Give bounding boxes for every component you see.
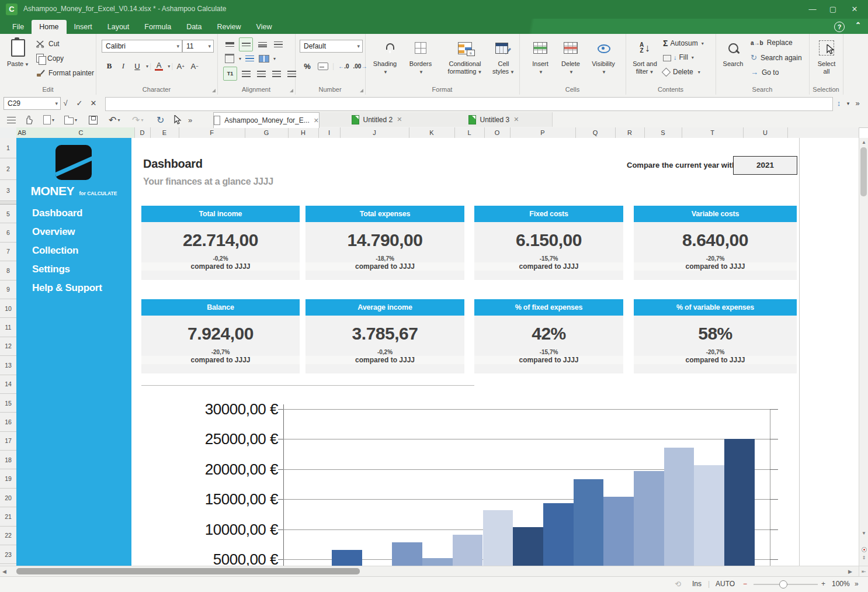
- column-header-D[interactable]: D: [134, 127, 151, 138]
- menu-tab-data[interactable]: Data: [179, 20, 209, 34]
- decrease-font-button[interactable]: A−: [188, 60, 201, 72]
- underline-button[interactable]: U: [131, 60, 144, 72]
- chart-bar-6[interactable]: [483, 510, 513, 566]
- number-format-select[interactable]: Default▾: [300, 40, 363, 53]
- sheet-tab-3[interactable]: Untitled 3✕: [435, 112, 553, 127]
- autosum-button[interactable]: Σ Autosum▾: [663, 39, 704, 48]
- font-size-select[interactable]: 11▾: [182, 40, 214, 53]
- vertical-scrollbar-thumb[interactable]: [860, 147, 867, 196]
- column-header-G[interactable]: G: [245, 127, 289, 138]
- insert-mode-indicator[interactable]: Ins: [692, 580, 702, 588]
- redo-icon[interactable]: ↷▾: [132, 114, 143, 126]
- row-header-16[interactable]: 16: [0, 413, 16, 431]
- column-header-P[interactable]: P: [510, 127, 576, 138]
- column-header-J[interactable]: J: [340, 127, 409, 138]
- insert-cells-button[interactable]: Insert▼: [526, 37, 554, 76]
- sidebar-item-overview[interactable]: Overview: [32, 226, 75, 238]
- search-again-button[interactable]: ↻ Search again: [751, 53, 802, 62]
- sheet-tab-2[interactable]: Untitled 2✕: [318, 112, 436, 127]
- cell-name-box[interactable]: C29▾: [4, 97, 61, 110]
- borders-button[interactable]: Borders▼: [404, 37, 438, 76]
- column-header-T[interactable]: T: [682, 127, 744, 138]
- row-header-20[interactable]: 20: [0, 489, 16, 507]
- help-icon[interactable]: ?: [834, 22, 845, 32]
- italic-button[interactable]: I: [117, 60, 130, 72]
- cut-button[interactable]: Cut: [36, 40, 60, 48]
- row-header-2[interactable]: 2: [0, 158, 16, 180]
- compare-year-input[interactable]: 2021: [733, 156, 797, 175]
- row-header-8[interactable]: 8: [0, 261, 16, 280]
- column-header-C[interactable]: C: [27, 127, 135, 138]
- align-top-button[interactable]: [223, 38, 236, 51]
- menu-tab-review[interactable]: Review: [210, 20, 249, 34]
- close-tab-icon[interactable]: ✕: [314, 117, 319, 124]
- chart-bar-9[interactable]: [574, 479, 604, 566]
- chart-bar-5[interactable]: [453, 535, 483, 566]
- row-header-14[interactable]: 14: [0, 375, 16, 394]
- sidebar-item-dashboard[interactable]: Dashboard: [32, 207, 82, 219]
- scroll-right-icon[interactable]: ▶: [848, 569, 852, 574]
- row-header-13[interactable]: 13: [0, 356, 16, 375]
- row-header-19[interactable]: 19: [0, 469, 16, 488]
- row-header-7[interactable]: 7: [0, 243, 16, 261]
- shading-button[interactable]: Shading▼: [369, 37, 401, 76]
- toolbar-overflow-icon[interactable]: »: [188, 114, 192, 126]
- select-all-button[interactable]: Select all: [814, 37, 839, 75]
- formula-fx-icon[interactable]: √: [60, 97, 71, 110]
- menu-tab-insert[interactable]: Insert: [67, 20, 100, 34]
- format-painter-button[interactable]: Format painter: [36, 69, 94, 77]
- menu-tab-file[interactable]: File: [5, 20, 32, 34]
- wrap-text-button[interactable]: [243, 52, 256, 65]
- chart-bar-13[interactable]: [694, 465, 724, 566]
- chart-bar-11[interactable]: [634, 471, 664, 566]
- chart-bar-10[interactable]: [603, 497, 634, 566]
- delete-contents-button[interactable]: Delete▾: [663, 68, 700, 76]
- cancel-formula-icon[interactable]: ✕: [88, 97, 99, 110]
- fill-button[interactable]: ↓ Fill▾: [663, 53, 694, 61]
- row-header-21[interactable]: 21: [0, 507, 16, 526]
- formula-bar-overflow[interactable]: »: [852, 97, 863, 110]
- chart-bar-14[interactable]: [724, 439, 755, 566]
- auto-indicator[interactable]: AUTO: [716, 580, 735, 588]
- zoom-slider-knob[interactable]: [779, 580, 787, 588]
- row-header-12[interactable]: 12: [0, 337, 16, 356]
- cell-styles-button[interactable]: Cell styles▼: [490, 37, 517, 76]
- sidebar-item-collection[interactable]: Collection: [32, 245, 78, 257]
- sidebar-item-settings[interactable]: Settings: [32, 264, 70, 275]
- minimize-button[interactable]: —: [804, 3, 821, 16]
- visibility-button[interactable]: Visibility▼: [586, 37, 621, 76]
- sidebar-item-help-support[interactable]: Help & Support: [32, 282, 102, 294]
- menu-tab-layout[interactable]: Layout: [100, 20, 137, 34]
- accept-formula-icon[interactable]: ✓: [74, 97, 85, 110]
- new-document-icon[interactable]: ▾: [43, 114, 54, 126]
- bold-button[interactable]: B: [103, 60, 116, 72]
- row-header-10[interactable]: 10: [0, 299, 16, 318]
- chart-bar-1[interactable]: [332, 550, 362, 566]
- chart-bar-3[interactable]: [392, 542, 422, 566]
- align-middle-button[interactable]: [239, 37, 253, 51]
- close-tab-icon[interactable]: ✕: [397, 116, 402, 123]
- scrollbar-corner-icon[interactable]: ⇤: [859, 566, 868, 577]
- font-color-button[interactable]: A: [152, 60, 165, 72]
- align-left-button[interactable]: [239, 67, 252, 80]
- row-header-6[interactable]: 6: [0, 223, 16, 242]
- column-header-E[interactable]: E: [150, 127, 179, 138]
- underline-dropdown[interactable]: ▾: [146, 64, 148, 69]
- percent-format-button[interactable]: %: [301, 60, 314, 72]
- replace-button[interactable]: a→b Replace: [751, 39, 793, 47]
- column-header-S[interactable]: S: [644, 127, 682, 138]
- menu-tab-formula[interactable]: Formula: [137, 20, 179, 34]
- font-color-dropdown[interactable]: ▾: [168, 64, 170, 69]
- split-view-icon[interactable]: ⇕: [859, 555, 868, 560]
- menu-toggle-icon[interactable]: [7, 114, 16, 126]
- add-decimal-button[interactable]: ←.0: [338, 63, 349, 70]
- column-header-I[interactable]: I: [318, 127, 341, 138]
- column-header-Q[interactable]: Q: [575, 127, 616, 138]
- merge-cells-button[interactable]: [258, 52, 270, 65]
- merge-cells-dropdown[interactable]: ▾: [273, 56, 276, 61]
- column-header-U[interactable]: U: [743, 127, 788, 138]
- delete-cells-button[interactable]: Delete▼: [557, 37, 585, 76]
- chart-bar-7[interactable]: [513, 527, 543, 566]
- chart-bar-12[interactable]: [664, 448, 695, 566]
- select-all-corner[interactable]: [0, 127, 17, 138]
